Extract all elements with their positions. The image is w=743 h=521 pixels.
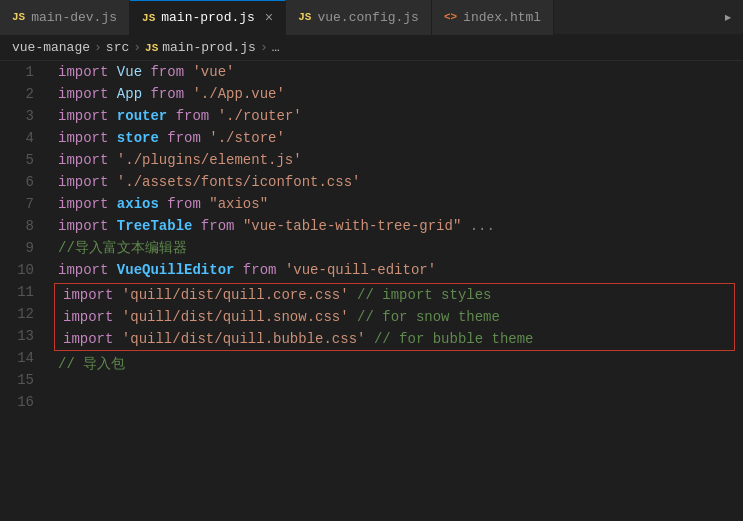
code-line-5: import './plugins/element.js': [50, 149, 743, 171]
line-number-13: 13: [16, 325, 34, 347]
tab-main-prod[interactable]: JSmain-prod.js×: [130, 0, 286, 35]
code-line-6: import './assets/fonts/iconfont.css': [50, 171, 743, 193]
line-number-10: 10: [16, 259, 34, 281]
tab-index-html[interactable]: <>index.html: [432, 0, 554, 35]
breadcrumb-sep-3: ›: [260, 40, 268, 55]
tab-label-main-prod: main-prod.js: [161, 10, 255, 25]
code-line-7: import axios from "axios": [50, 193, 743, 215]
tab-icon-main-dev: JS: [12, 11, 25, 23]
tab-label-index-html: index.html: [463, 10, 541, 25]
code-line-4: import store from './store': [50, 127, 743, 149]
line-number-11: 11: [16, 281, 34, 303]
breadcrumb-part-1: vue-manage: [12, 40, 90, 55]
code-line-12: import 'quill/dist/quill.core.css' // im…: [55, 284, 734, 306]
code-area: 12345678910111213141516 import Vue from …: [0, 61, 743, 521]
breadcrumb-js-icon: JS: [145, 42, 158, 54]
code-line-16: // 导入包: [50, 353, 743, 375]
breadcrumb-sep-2: ›: [133, 40, 141, 55]
code-line-10: import VueQuillEditor from 'vue-quill-ed…: [50, 259, 743, 281]
line-numbers: 12345678910111213141516: [0, 61, 50, 521]
line-number-3: 3: [16, 105, 34, 127]
code-line-8: import TreeTable from "vue-table-with-tr…: [50, 215, 743, 237]
editor-container: JSmain-dev.jsJSmain-prod.js×JSvue.config…: [0, 0, 743, 521]
breadcrumb-sep-1: ›: [94, 40, 102, 55]
tab-label-main-dev: main-dev.js: [31, 10, 117, 25]
line-number-8: 8: [16, 215, 34, 237]
tab-main-dev[interactable]: JSmain-dev.js: [0, 0, 130, 35]
line-number-7: 7: [16, 193, 34, 215]
line-number-12: 12: [16, 303, 34, 325]
line-number-15: 15: [16, 369, 34, 391]
tab-close-main-prod[interactable]: ×: [265, 11, 273, 25]
code-line-13: import 'quill/dist/quill.snow.css' // fo…: [55, 306, 734, 328]
tab-icon-index-html: <>: [444, 11, 457, 23]
highlighted-import-block: import 'quill/dist/quill.core.css' // im…: [54, 283, 735, 351]
line-number-14: 14: [16, 347, 34, 369]
tab-label-vue-config: vue.config.js: [317, 10, 418, 25]
breadcrumb-part-2: src: [106, 40, 129, 55]
code-line-3: import router from './router': [50, 105, 743, 127]
code-line-14: import 'quill/dist/quill.bubble.css' // …: [55, 328, 734, 350]
line-number-4: 4: [16, 127, 34, 149]
breadcrumb-part-3: main-prod.js: [162, 40, 256, 55]
line-number-6: 6: [16, 171, 34, 193]
tab-bar: JSmain-dev.jsJSmain-prod.js×JSvue.config…: [0, 0, 743, 35]
code-editor: 12345678910111213141516 import Vue from …: [0, 61, 743, 521]
breadcrumb: vue-manage › src › JS main-prod.js › …: [0, 35, 743, 61]
tab-overflow-button[interactable]: ▸: [713, 7, 743, 27]
code-line-9: //导入富文本编辑器: [50, 237, 743, 259]
code-line-1: import Vue from 'vue': [50, 61, 743, 83]
tab-vue-config[interactable]: JSvue.config.js: [286, 0, 432, 35]
code-line-2: import App from './App.vue': [50, 83, 743, 105]
tab-icon-main-prod: JS: [142, 12, 155, 24]
tab-icon-vue-config: JS: [298, 11, 311, 23]
line-number-9: 9: [16, 237, 34, 259]
line-number-5: 5: [16, 149, 34, 171]
line-number-1: 1: [16, 61, 34, 83]
line-number-16: 16: [16, 391, 34, 413]
breadcrumb-part-4: …: [272, 40, 280, 55]
code-content[interactable]: import Vue from 'vue'import App from './…: [50, 61, 743, 521]
line-number-2: 2: [16, 83, 34, 105]
